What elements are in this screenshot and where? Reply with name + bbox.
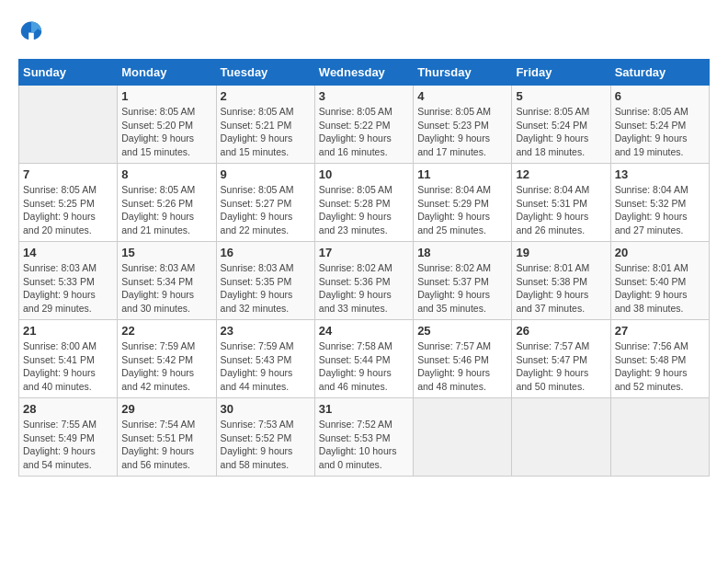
day-number: 23 <box>221 324 311 338</box>
cell-info: Sunrise: 7:59 AM Sunset: 5:43 PM Dayligh… <box>221 339 311 394</box>
cell-info: Sunrise: 7:57 AM Sunset: 5:47 PM Dayligh… <box>516 339 606 394</box>
cell-info: Sunrise: 8:03 AM Sunset: 5:33 PM Dayligh… <box>23 261 113 316</box>
cell-info: Sunrise: 8:05 AM Sunset: 5:26 PM Dayligh… <box>121 183 211 237</box>
day-number: 28 <box>23 402 113 416</box>
cell-info: Sunrise: 8:02 AM Sunset: 5:37 PM Dayligh… <box>417 261 507 316</box>
day-number: 9 <box>221 167 311 181</box>
calendar-table: SundayMondayTuesdayWednesdayThursdayFrid… <box>18 59 710 477</box>
calendar-cell: 27 Sunrise: 7:56 AM Sunset: 5:48 PM Dayl… <box>610 320 709 398</box>
calendar-cell <box>414 398 512 477</box>
calendar-cell: 4 Sunrise: 8:05 AM Sunset: 5:23 PM Dayli… <box>414 86 512 164</box>
calendar-cell: 18 Sunrise: 8:02 AM Sunset: 5:37 PM Dayl… <box>414 242 512 320</box>
day-number: 14 <box>23 246 113 259</box>
calendar-cell: 10 Sunrise: 8:05 AM Sunset: 5:28 PM Dayl… <box>314 164 413 242</box>
calendar-cell: 8 Sunrise: 8:05 AM Sunset: 5:26 PM Dayli… <box>118 164 216 242</box>
calendar-cell <box>610 398 709 477</box>
calendar-header-row: SundayMondayTuesdayWednesdayThursdayFrid… <box>19 60 710 86</box>
calendar-cell: 30 Sunrise: 7:53 AM Sunset: 5:52 PM Dayl… <box>216 398 314 477</box>
weekday-header-thursday: Thursday <box>414 60 512 86</box>
calendar-cell: 17 Sunrise: 8:02 AM Sunset: 5:36 PM Dayl… <box>314 242 413 320</box>
calendar-cell: 14 Sunrise: 8:03 AM Sunset: 5:33 PM Dayl… <box>19 242 118 320</box>
calendar-cell: 7 Sunrise: 8:05 AM Sunset: 5:25 PM Dayli… <box>19 164 118 242</box>
cell-info: Sunrise: 8:02 AM Sunset: 5:36 PM Dayligh… <box>319 261 409 316</box>
cell-info: Sunrise: 7:54 AM Sunset: 5:51 PM Dayligh… <box>121 418 211 472</box>
day-number: 8 <box>121 167 211 181</box>
calendar-cell: 23 Sunrise: 7:59 AM Sunset: 5:43 PM Dayl… <box>216 320 314 398</box>
cell-info: Sunrise: 7:59 AM Sunset: 5:42 PM Dayligh… <box>121 339 211 394</box>
cell-info: Sunrise: 8:05 AM Sunset: 5:24 PM Dayligh… <box>615 105 705 159</box>
day-number: 10 <box>319 167 409 181</box>
day-number: 18 <box>417 246 507 259</box>
day-number: 6 <box>615 89 705 103</box>
cell-info: Sunrise: 8:05 AM Sunset: 5:24 PM Dayligh… <box>516 105 606 159</box>
calendar-cell: 6 Sunrise: 8:05 AM Sunset: 5:24 PM Dayli… <box>610 86 709 164</box>
cell-info: Sunrise: 7:55 AM Sunset: 5:49 PM Dayligh… <box>23 418 113 472</box>
weekday-header-monday: Monday <box>118 60 216 86</box>
weekday-header-saturday: Saturday <box>610 60 709 86</box>
calendar-cell: 19 Sunrise: 8:01 AM Sunset: 5:38 PM Dayl… <box>512 242 610 320</box>
calendar-cell: 1 Sunrise: 8:05 AM Sunset: 5:20 PM Dayli… <box>118 86 216 164</box>
calendar-cell: 25 Sunrise: 7:57 AM Sunset: 5:46 PM Dayl… <box>414 320 512 398</box>
calendar-cell: 31 Sunrise: 7:52 AM Sunset: 5:53 PM Dayl… <box>314 398 413 477</box>
day-number: 7 <box>23 167 113 181</box>
weekday-header-friday: Friday <box>512 60 610 86</box>
day-number: 19 <box>516 246 606 259</box>
day-number: 12 <box>516 167 606 181</box>
cell-info: Sunrise: 8:01 AM Sunset: 5:38 PM Dayligh… <box>516 261 606 316</box>
cell-info: Sunrise: 8:01 AM Sunset: 5:40 PM Dayligh… <box>615 261 705 316</box>
calendar-cell: 2 Sunrise: 8:05 AM Sunset: 5:21 PM Dayli… <box>216 86 314 164</box>
day-number: 22 <box>121 324 211 338</box>
calendar-cell: 22 Sunrise: 7:59 AM Sunset: 5:42 PM Dayl… <box>118 320 216 398</box>
cell-info: Sunrise: 8:05 AM Sunset: 5:21 PM Dayligh… <box>221 105 311 159</box>
calendar-week-row: 7 Sunrise: 8:05 AM Sunset: 5:25 PM Dayli… <box>19 164 710 242</box>
day-number: 13 <box>615 167 705 181</box>
calendar-week-row: 14 Sunrise: 8:03 AM Sunset: 5:33 PM Dayl… <box>19 242 710 320</box>
cell-info: Sunrise: 7:57 AM Sunset: 5:46 PM Dayligh… <box>417 339 507 394</box>
cell-info: Sunrise: 7:52 AM Sunset: 5:53 PM Dayligh… <box>319 418 409 472</box>
day-number: 27 <box>615 324 705 338</box>
logo <box>18 18 48 44</box>
day-number: 11 <box>417 167 507 181</box>
cell-info: Sunrise: 8:05 AM Sunset: 5:20 PM Dayligh… <box>121 105 211 159</box>
calendar-cell: 29 Sunrise: 7:54 AM Sunset: 5:51 PM Dayl… <box>118 398 216 477</box>
day-number: 4 <box>417 89 507 103</box>
calendar-week-row: 21 Sunrise: 8:00 AM Sunset: 5:41 PM Dayl… <box>19 320 710 398</box>
day-number: 26 <box>516 324 606 338</box>
cell-info: Sunrise: 8:03 AM Sunset: 5:35 PM Dayligh… <box>221 261 311 316</box>
day-number: 25 <box>417 324 507 338</box>
cell-info: Sunrise: 8:04 AM Sunset: 5:29 PM Dayligh… <box>417 183 507 237</box>
day-number: 2 <box>221 89 311 103</box>
day-number: 5 <box>516 89 606 103</box>
calendar-cell: 13 Sunrise: 8:04 AM Sunset: 5:32 PM Dayl… <box>610 164 709 242</box>
cell-info: Sunrise: 8:04 AM Sunset: 5:31 PM Dayligh… <box>516 183 606 237</box>
day-number: 3 <box>319 89 409 103</box>
day-number: 31 <box>319 402 409 416</box>
weekday-header-wednesday: Wednesday <box>314 60 413 86</box>
calendar-cell <box>19 86 118 164</box>
weekday-header-tuesday: Tuesday <box>216 60 314 86</box>
day-number: 24 <box>319 324 409 338</box>
calendar-cell: 11 Sunrise: 8:04 AM Sunset: 5:29 PM Dayl… <box>414 164 512 242</box>
cell-info: Sunrise: 8:05 AM Sunset: 5:22 PM Dayligh… <box>319 105 409 159</box>
cell-info: Sunrise: 8:05 AM Sunset: 5:28 PM Dayligh… <box>319 183 409 237</box>
cell-info: Sunrise: 7:56 AM Sunset: 5:48 PM Dayligh… <box>615 339 705 394</box>
day-number: 1 <box>121 89 211 103</box>
calendar-cell: 26 Sunrise: 7:57 AM Sunset: 5:47 PM Dayl… <box>512 320 610 398</box>
page-header <box>18 18 710 44</box>
day-number: 29 <box>121 402 211 416</box>
cell-info: Sunrise: 8:05 AM Sunset: 5:23 PM Dayligh… <box>417 105 507 159</box>
cell-info: Sunrise: 8:00 AM Sunset: 5:41 PM Dayligh… <box>23 339 113 394</box>
calendar-cell: 20 Sunrise: 8:01 AM Sunset: 5:40 PM Dayl… <box>610 242 709 320</box>
calendar-cell: 28 Sunrise: 7:55 AM Sunset: 5:49 PM Dayl… <box>19 398 118 477</box>
calendar-cell: 5 Sunrise: 8:05 AM Sunset: 5:24 PM Dayli… <box>512 86 610 164</box>
cell-info: Sunrise: 8:03 AM Sunset: 5:34 PM Dayligh… <box>121 261 211 316</box>
cell-info: Sunrise: 7:58 AM Sunset: 5:44 PM Dayligh… <box>319 339 409 394</box>
calendar-cell: 15 Sunrise: 8:03 AM Sunset: 5:34 PM Dayl… <box>118 242 216 320</box>
cell-info: Sunrise: 7:53 AM Sunset: 5:52 PM Dayligh… <box>221 418 311 472</box>
weekday-header-sunday: Sunday <box>19 60 118 86</box>
cell-info: Sunrise: 8:04 AM Sunset: 5:32 PM Dayligh… <box>615 183 705 237</box>
cell-info: Sunrise: 8:05 AM Sunset: 5:25 PM Dayligh… <box>23 183 113 237</box>
calendar-week-row: 28 Sunrise: 7:55 AM Sunset: 5:49 PM Dayl… <box>19 398 710 477</box>
calendar-week-row: 1 Sunrise: 8:05 AM Sunset: 5:20 PM Dayli… <box>19 86 710 164</box>
calendar-cell: 21 Sunrise: 8:00 AM Sunset: 5:41 PM Dayl… <box>19 320 118 398</box>
